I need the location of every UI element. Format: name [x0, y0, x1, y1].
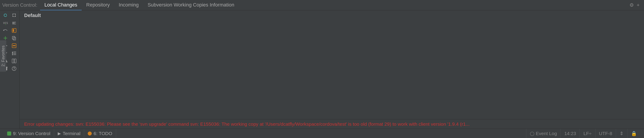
plus-icon[interactable]: + — [636, 2, 640, 8]
event-log-icon: ◯ — [530, 131, 534, 136]
svg-rect-12 — [12, 54, 13, 55]
favorites-label: 2: Favorites — [1, 46, 6, 67]
tab-incoming[interactable]: Incoming — [114, 0, 143, 10]
encoding-item[interactable]: UTF-8 — [595, 129, 616, 138]
status-terminal[interactable]: ▶ Terminal — [54, 129, 84, 138]
svg-rect-3 — [13, 29, 14, 32]
flatten-icon[interactable] — [11, 20, 17, 26]
svg-rect-5 — [12, 36, 15, 39]
tab-bar-right: ⚙ + — [630, 2, 644, 8]
expand-icon[interactable] — [11, 12, 17, 18]
list-icon[interactable] — [11, 50, 17, 56]
svg-rect-9 — [14, 52, 16, 52]
lock-icon: 🔒 — [631, 131, 637, 136]
status-right: ◯ Event Log 14:23 LF÷ UTF-8 ⇕ — [526, 129, 640, 138]
version-control-dot — [7, 131, 11, 135]
line-ending-item[interactable]: LF÷ — [580, 129, 595, 138]
todo-label: 6: TODO — [94, 131, 112, 136]
terminal-icon: ▶ — [58, 131, 61, 136]
line-ending-label: LF÷ — [583, 131, 592, 136]
section-title: Default — [24, 13, 41, 18]
tab-local-changes[interactable]: Local Changes — [40, 0, 82, 10]
square-diff-icon[interactable] — [11, 43, 17, 49]
error-message: Error updating changes: svn: E155036: Pl… — [24, 121, 470, 127]
svg-rect-10 — [12, 53, 13, 54]
help-icon[interactable] — [11, 65, 17, 72]
tab-bar: Version Control: Local Changes Repositor… — [0, 0, 644, 10]
content-pane: Default Error updating changes: svn: E15… — [20, 10, 644, 128]
version-control-label: Version Control: — [2, 2, 37, 8]
content-area: Default — [20, 10, 644, 119]
refresh-icon[interactable] — [2, 12, 8, 18]
icon-row-1 — [1, 12, 18, 18]
svg-rect-4 — [13, 37, 16, 40]
columns-item[interactable]: ⇕ — [616, 129, 627, 138]
copy-icon[interactable] — [11, 35, 17, 41]
gear-icon[interactable]: ⚙ — [630, 2, 634, 8]
svg-rect-15 — [12, 59, 14, 63]
version-control-label: 9: Version Control — [13, 131, 50, 136]
icon-row-3 — [1, 27, 18, 34]
tab-svn-info[interactable]: Subversion Working Copies Information — [143, 0, 239, 10]
svg-rect-8 — [12, 52, 13, 53]
time-item[interactable]: 14:23 — [560, 129, 580, 138]
lock-item[interactable]: 🔒 — [627, 129, 640, 138]
vcs-update-icon[interactable]: VCS ↑ — [2, 20, 8, 26]
status-todo[interactable]: 6: TODO — [84, 129, 116, 138]
svg-point-19 — [14, 69, 14, 70]
columns-icon: ⇕ — [620, 131, 624, 136]
favorites-tab[interactable]: 2: Favorites — [0, 40, 6, 72]
tab-repository[interactable]: Repository — [82, 0, 114, 10]
error-bar: Error updating changes: svn: E155036: Pl… — [20, 119, 644, 128]
svg-rect-16 — [14, 59, 16, 63]
event-log-item[interactable]: ◯ Event Log — [526, 129, 560, 138]
time-label: 14:23 — [564, 131, 576, 136]
svg-rect-11 — [14, 53, 16, 54]
todo-icon — [88, 131, 92, 135]
status-version-control[interactable]: 9: Version Control — [4, 129, 54, 138]
svg-rect-7 — [13, 45, 16, 46]
svg-rect-13 — [14, 54, 16, 55]
middle-area: 2: Favorites — [0, 10, 644, 128]
status-bar: 9: Version Control ▶ Terminal 6: TODO ◯ … — [0, 128, 644, 138]
event-log-label: Event Log — [536, 131, 557, 136]
side-by-side-icon[interactable] — [11, 58, 17, 64]
encoding-label: UTF-8 — [599, 131, 612, 136]
icon-row-2: VCS ↑ — [1, 20, 18, 26]
diff-icon[interactable] — [11, 27, 17, 34]
svg-text:↑: ↑ — [5, 22, 6, 25]
terminal-label: Terminal — [63, 131, 80, 136]
undo-icon[interactable] — [2, 27, 8, 34]
